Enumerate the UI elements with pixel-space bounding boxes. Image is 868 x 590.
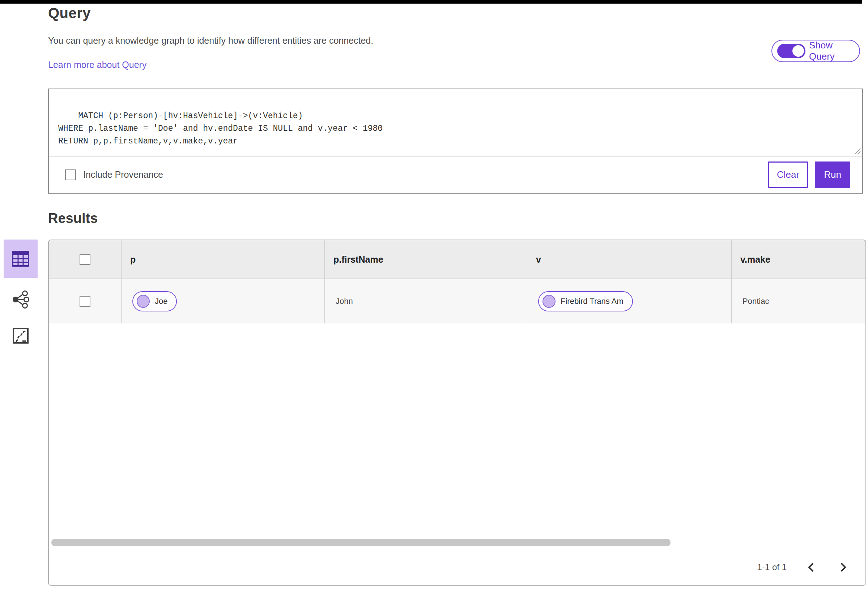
entity-pill-label: Firebird Trans Am	[561, 297, 623, 306]
row-cell-make: Pontiac	[731, 279, 865, 323]
chevron-right-icon	[838, 562, 848, 573]
table-empty-space	[49, 324, 865, 537]
network-icon	[12, 290, 29, 309]
page-description: You can query a knowledge graph to ident…	[48, 35, 373, 46]
entity-node-icon	[137, 295, 150, 308]
row-cell-v: Firebird Trans Am	[527, 279, 731, 323]
row-checkbox[interactable]	[80, 296, 90, 307]
page-title: Query	[48, 5, 91, 21]
run-button[interactable]: Run	[815, 162, 850, 188]
row-cell-select	[49, 279, 121, 323]
table-icon	[12, 251, 29, 266]
view-mode-table-button[interactable]	[4, 240, 38, 278]
toggle-knob	[793, 45, 804, 57]
results-panel: p p.firstName v v.make Joe John Firebird…	[48, 240, 866, 586]
pagination-prev-button[interactable]	[804, 560, 818, 574]
entity-pill-person[interactable]: Joe	[132, 291, 177, 312]
show-query-toggle-label: Show Query	[809, 40, 859, 62]
learn-more-link[interactable]: Learn more about Query	[48, 60, 146, 70]
query-code-textarea[interactable]: MATCH (p:Person)-[hv:HasVehicle]->(v:Veh…	[49, 89, 862, 156]
entity-pill-label: Joe	[155, 297, 167, 306]
row-cell-p: Joe	[121, 279, 325, 323]
results-table-header: p p.firstName v v.make	[49, 240, 865, 279]
pagination-range-label: 1-1 of 1	[757, 562, 787, 572]
entity-pill-vehicle[interactable]: Firebird Trans Am	[538, 291, 633, 312]
header-cell-p[interactable]: p	[121, 240, 325, 278]
query-toolbar: Include Provenance Clear Run	[49, 156, 862, 193]
header-cell-v-make[interactable]: v.make	[731, 240, 865, 278]
include-provenance-label: Include Provenance	[83, 169, 163, 180]
chart-icon	[12, 327, 29, 344]
view-mode-graph-button[interactable]	[4, 285, 38, 314]
results-footer: 1-1 of 1	[49, 549, 865, 585]
top-border-bar	[0, 0, 862, 4]
header-cell-p-firstname[interactable]: p.firstName	[325, 240, 527, 278]
results-view-rail	[4, 240, 38, 350]
chevron-left-icon	[806, 562, 816, 573]
header-cell-v[interactable]: v	[527, 240, 731, 278]
entity-node-icon	[542, 295, 555, 308]
clear-button[interactable]: Clear	[768, 162, 808, 188]
toggle-switch-icon[interactable]	[777, 44, 805, 58]
table-row[interactable]: Joe John Firebird Trans Am Pontiac	[49, 279, 865, 324]
horizontal-scrollbar	[49, 537, 865, 549]
row-cell-firstname: John	[325, 279, 527, 323]
view-mode-chart-button[interactable]	[4, 321, 38, 350]
include-provenance-checkbox[interactable]	[65, 169, 76, 180]
query-editor-box: MATCH (p:Person)-[hv:HasVehicle]->(v:Veh…	[48, 88, 863, 194]
textarea-resize-grip-icon[interactable]	[852, 146, 861, 155]
show-query-toggle[interactable]: Show Query	[771, 40, 860, 62]
results-title: Results	[48, 210, 97, 226]
header-cell-select	[49, 240, 121, 278]
select-all-checkbox[interactable]	[80, 254, 90, 265]
query-code-text: MATCH (p:Person)-[hv:HasVehicle]->(v:Veh…	[58, 111, 382, 146]
horizontal-scrollbar-thumb[interactable]	[52, 539, 670, 546]
pagination-next-button[interactable]	[836, 560, 850, 574]
